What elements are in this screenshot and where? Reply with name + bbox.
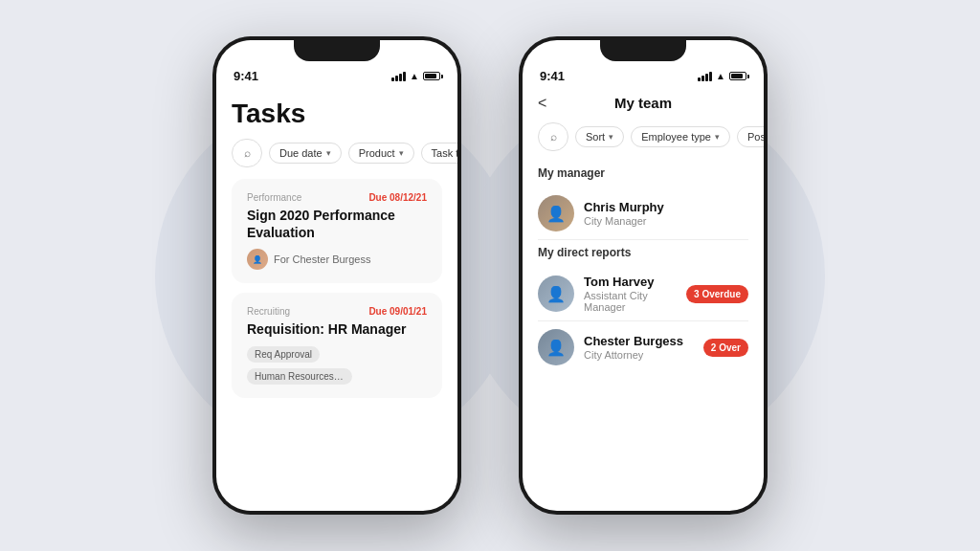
task-assignee-1: 👤 For Chester Burgess bbox=[247, 249, 427, 270]
task-card-2-header: Recruiting Due 09/01/21 bbox=[247, 306, 427, 320]
task-category-2: Recruiting bbox=[247, 306, 290, 317]
chris-murphy-role: City Manager bbox=[584, 215, 748, 227]
chris-murphy-name: Chris Murphy bbox=[584, 200, 748, 214]
product-filter[interactable]: Product ▾ bbox=[348, 143, 414, 164]
left-status-icons: ▲ bbox=[391, 71, 440, 81]
left-status-time: 9:41 bbox=[234, 69, 258, 83]
left-status-bar: 9:41 ▲ bbox=[216, 61, 457, 87]
chester-burgess-overdue-badge: 2 Over bbox=[703, 339, 748, 357]
due-date-filter[interactable]: Due date ▾ bbox=[269, 143, 342, 164]
team-search-button[interactable]: ⌕ bbox=[538, 122, 568, 151]
team-filter-row: ⌕ Sort ▾ Employee type ▾ Positio bbox=[523, 119, 764, 161]
chevron-down-icon: ▾ bbox=[326, 148, 331, 158]
right-status-bar: 9:41 ▲ bbox=[523, 61, 764, 87]
position-filter[interactable]: Positio bbox=[737, 126, 764, 147]
battery-icon bbox=[423, 72, 440, 80]
signal-bars-icon bbox=[391, 72, 406, 81]
task-tag-hr-dept: Human Resources II Departme... bbox=[247, 368, 352, 385]
chester-burgess-role: City Attorney bbox=[584, 349, 694, 361]
sort-filter[interactable]: Sort ▾ bbox=[575, 126, 624, 147]
left-phone: 9:41 ▲ Tasks ⌕ bbox=[212, 36, 461, 515]
tasks-title: Tasks bbox=[216, 87, 457, 139]
tom-harvey-info: Tom Harvey Assistant City Manager bbox=[584, 275, 677, 313]
employee-type-chevron-icon: ▾ bbox=[715, 132, 720, 142]
chester-burgess-name: Chester Burgess bbox=[584, 334, 694, 348]
back-button[interactable]: < bbox=[538, 95, 546, 112]
task-avatar-1: 👤 bbox=[247, 249, 268, 270]
left-phone-notch bbox=[294, 40, 380, 61]
nav-title: My team bbox=[614, 95, 672, 111]
task-card-1[interactable]: Performance Due 08/12/21 Sign 2020 Perfo… bbox=[232, 179, 442, 283]
scene: 9:41 ▲ Tasks ⌕ bbox=[212, 36, 768, 515]
team-member-chester-burgess[interactable]: 👤 Chester Burgess City Attorney 2 Over bbox=[523, 321, 764, 373]
my-direct-reports-label: My direct reports bbox=[523, 240, 764, 267]
nav-bar: < My team bbox=[523, 87, 764, 119]
task-due-1: Due 08/12/21 bbox=[368, 192, 427, 203]
right-status-icons: ▲ bbox=[698, 71, 746, 81]
right-phone: 9:41 ▲ < My team bbox=[519, 36, 768, 515]
right-wifi-icon: ▲ bbox=[716, 71, 725, 81]
right-status-time: 9:41 bbox=[540, 69, 565, 83]
task-card-2[interactable]: Recruiting Due 09/01/21 Requisition: HR … bbox=[232, 293, 442, 397]
task-type-filter[interactable]: Task type bbox=[421, 143, 457, 164]
my-manager-section-label: My manager bbox=[523, 161, 764, 187]
chester-burgess-info: Chester Burgess City Attorney bbox=[584, 334, 694, 361]
task-category-1: Performance bbox=[247, 192, 301, 203]
tasks-filter-row: ⌕ Due date ▾ Product ▾ Task type bbox=[216, 139, 457, 179]
right-signal-bars-icon bbox=[698, 72, 712, 81]
left-phone-screen: 9:41 ▲ Tasks ⌕ bbox=[216, 40, 457, 511]
task-assignee-text-1: For Chester Burgess bbox=[274, 253, 370, 265]
task-card-1-header: Performance Due 08/12/21 bbox=[247, 192, 427, 207]
chevron-down-icon: ▾ bbox=[399, 148, 404, 158]
chris-murphy-avatar: 👤 bbox=[538, 195, 574, 231]
task-title-1: Sign 2020 Performance Evaluation bbox=[247, 207, 427, 241]
right-phone-notch bbox=[600, 40, 686, 61]
tom-harvey-role: Assistant City Manager bbox=[584, 290, 677, 313]
task-tags-2: Req Approval Human Resources II Departme… bbox=[247, 346, 427, 385]
tom-harvey-avatar: 👤 bbox=[538, 276, 574, 312]
task-title-2: Requisition: HR Manager bbox=[247, 320, 427, 338]
team-member-chris-murphy[interactable]: 👤 Chris Murphy City Manager bbox=[523, 187, 764, 239]
chester-burgess-avatar: 👤 bbox=[538, 329, 574, 365]
task-tag-req-approval: Req Approval bbox=[247, 346, 320, 363]
tom-harvey-overdue-badge: 3 Overdue bbox=[686, 285, 748, 303]
chris-murphy-info: Chris Murphy City Manager bbox=[584, 200, 748, 227]
right-battery-icon bbox=[729, 72, 746, 80]
tom-harvey-name: Tom Harvey bbox=[584, 275, 677, 289]
task-due-2: Due 09/01/21 bbox=[368, 306, 427, 317]
sort-chevron-icon: ▾ bbox=[609, 132, 613, 142]
wifi-icon: ▲ bbox=[410, 71, 419, 81]
employee-type-filter[interactable]: Employee type ▾ bbox=[631, 126, 730, 147]
search-button[interactable]: ⌕ bbox=[232, 139, 262, 167]
team-member-tom-harvey[interactable]: 👤 Tom Harvey Assistant City Manager 3 Ov… bbox=[523, 267, 764, 320]
right-phone-screen: 9:41 ▲ < My team bbox=[523, 40, 764, 511]
